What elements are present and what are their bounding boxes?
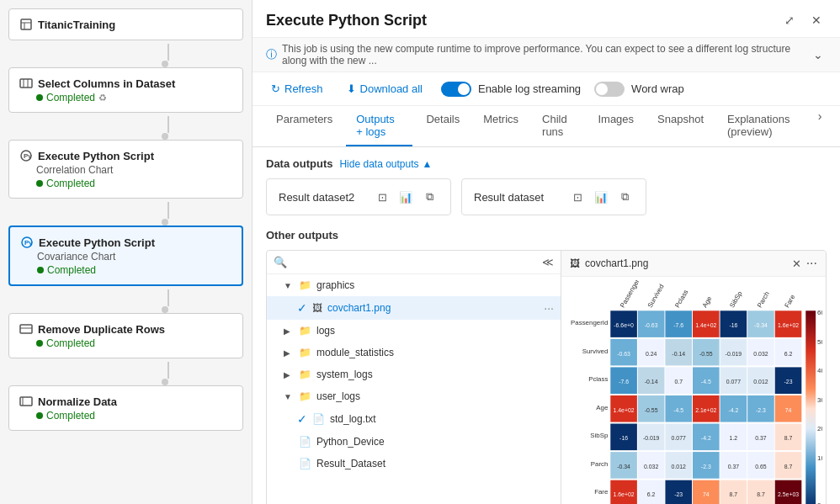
output-chart-icon-dataset2[interactable]: 📊: [396, 188, 415, 206]
svg-text:Survived: Survived: [582, 347, 609, 355]
svg-text:-2.3: -2.3: [756, 407, 766, 413]
pipeline-node-python-corr[interactable]: Py Execute Python Script Correlation Cha…: [8, 140, 243, 199]
download-icon: ⬇: [347, 82, 356, 95]
connector-4: [167, 289, 169, 306]
svg-text:60000: 60000: [817, 309, 822, 316]
tree-item-result-dataset[interactable]: 📄 Result_Dataset: [267, 453, 561, 475]
check-icon-covchart: ✓: [297, 301, 307, 315]
output-copy-icon-dataset[interactable]: ⧉: [615, 188, 634, 206]
tree-item-user-logs[interactable]: ▼ 📁 user_logs: [267, 385, 561, 407]
info-icon: ⓘ: [266, 47, 277, 62]
output-copy-icon-dataset2[interactable]: ⧉: [420, 188, 439, 206]
file-icon-python-device: 📄: [299, 436, 311, 448]
svg-text:-16: -16: [619, 435, 628, 441]
hide-data-outputs-btn[interactable]: Hide data outputs ▲: [339, 158, 432, 170]
svg-text:-23: -23: [784, 379, 793, 385]
file-search-input[interactable]: [292, 257, 537, 268]
output-chart-icon-dataset[interactable]: 📊: [592, 188, 610, 206]
pipeline-node-remove-dup[interactable]: Remove Duplicate Rows Completed: [8, 313, 243, 358]
svg-text:Py: Py: [24, 239, 33, 247]
tab-details[interactable]: Details: [416, 106, 470, 146]
svg-text:-4.2: -4.2: [701, 435, 711, 441]
svg-text:2.5e+03: 2.5e+03: [778, 491, 799, 497]
connector-1: [167, 44, 169, 61]
svg-text:20000: 20000: [817, 425, 822, 432]
svg-text:0.032: 0.032: [644, 464, 658, 470]
pipeline-node-select[interactable]: Select Columns in Dataset Completed ♻: [8, 67, 243, 113]
close-icon[interactable]: ✕: [806, 10, 827, 30]
tab-outputs-logs[interactable]: Outputs + logs: [346, 106, 412, 146]
tree-item-module-stats[interactable]: ▶ 📁 module_statistics: [267, 342, 561, 363]
svg-text:-0.34: -0.34: [754, 322, 768, 328]
svg-rect-126: [805, 310, 816, 504]
hide-label: Hide data outputs: [339, 158, 418, 170]
tree-item-covchart[interactable]: ✓ 🖼 covchart1.png ···: [267, 296, 561, 320]
content-area: Data outputs Hide data outputs ▲ Result …: [253, 147, 840, 504]
info-collapse-btn[interactable]: ⌄: [809, 45, 827, 65]
download-button[interactable]: ⬇ Download all: [342, 79, 428, 98]
node-title-titanic: TitanicTraining: [38, 19, 115, 31]
connector-dot-3: [162, 219, 168, 225]
folder-icon-user-logs: 📁: [299, 390, 311, 402]
file-more-covchart[interactable]: ···: [544, 301, 554, 315]
svg-text:0.7: 0.7: [674, 379, 683, 385]
tabs-more-button[interactable]: ›: [813, 106, 827, 126]
svg-text:Parch: Parch: [591, 460, 609, 468]
svg-text:1.4e+02: 1.4e+02: [614, 407, 635, 413]
svg-rect-10: [20, 325, 32, 333]
svg-text:-4.2: -4.2: [728, 407, 738, 413]
tree-item-logs[interactable]: ▶ 📁 logs: [267, 320, 561, 342]
heatmap-chart: PassengerId Survived Pclass Age SibSp Pa…: [565, 280, 822, 504]
svg-text:8.7: 8.7: [730, 491, 738, 497]
preview-close-button[interactable]: ✕: [792, 256, 801, 271]
tree-item-system-logs[interactable]: ▶ 📁 system_logs: [267, 363, 561, 385]
tree-item-graphics[interactable]: ▼ 📁 graphics: [267, 274, 561, 296]
tab-child-runs[interactable]: Child runs: [532, 106, 584, 146]
connector-dot-1: [162, 61, 168, 67]
tab-parameters[interactable]: Parameters: [266, 106, 343, 146]
refresh-button[interactable]: ↻ Refresh: [266, 79, 328, 98]
other-outputs-container: 🔍 ≪ ▼ 📁 graphics ✓ 🖼 covchart1.png ···: [266, 250, 827, 504]
collapse-tree-icon[interactable]: ≪: [542, 256, 554, 268]
preview-filename: covchart1.png: [585, 257, 648, 269]
svg-text:Survived: Survived: [646, 283, 666, 309]
pipeline-node-python-cov[interactable]: Py Execute Python Script Covariance Char…: [8, 225, 243, 286]
svg-text:-0.55: -0.55: [645, 407, 658, 413]
tab-images[interactable]: Images: [587, 106, 644, 146]
log-streaming-label: Enable log streaming: [478, 82, 581, 95]
log-streaming-toggle[interactable]: [441, 82, 471, 97]
output-label-dataset: Result dataset: [474, 191, 544, 204]
tab-explanations[interactable]: Explanations (preview): [717, 106, 810, 146]
tree-item-std-log[interactable]: ✓ 📄 std_log.txt: [267, 407, 561, 431]
toggle-knob-wrap: [596, 83, 608, 95]
tab-snapshot[interactable]: Snapshot: [647, 106, 714, 146]
tree-item-python-device[interactable]: 📄 Python_Device: [267, 431, 561, 453]
svg-text:8.7: 8.7: [757, 491, 765, 497]
folder-name-graphics: graphics: [316, 279, 554, 291]
pipeline-node-normalize[interactable]: Normalize Data Completed: [8, 385, 243, 431]
output-save-icon-dataset2[interactable]: ⊡: [373, 188, 391, 206]
status-text-cov: Completed: [47, 264, 96, 276]
output-save-icon-dataset[interactable]: ⊡: [568, 188, 587, 206]
preview-more-button[interactable]: ···: [806, 256, 817, 271]
svg-text:-0.14: -0.14: [645, 379, 658, 385]
pipeline-node-titanic[interactable]: TitanicTraining: [8, 8, 243, 40]
file-icon-covchart: 🖼: [312, 302, 322, 314]
data-outputs-row: Result dataset2 ⊡ 📊 ⧉ Result dataset ⊡ 📊…: [266, 178, 827, 215]
svg-text:-23: -23: [674, 491, 683, 497]
svg-text:0.37: 0.37: [755, 435, 767, 441]
svg-text:0.032: 0.032: [753, 351, 768, 357]
folder-icon-system-logs: 📁: [299, 369, 311, 380]
status-dot-normalize: [36, 412, 43, 419]
svg-text:Fare: Fare: [594, 488, 609, 496]
tab-metrics[interactable]: Metrics: [473, 106, 529, 146]
connector-dot-4: [162, 306, 168, 313]
data-outputs-title: Data outputs: [266, 157, 332, 170]
svg-text:-0.34: -0.34: [617, 464, 630, 470]
expand-icon[interactable]: ⤢: [779, 10, 800, 30]
chevron-up-icon: ▲: [423, 158, 433, 170]
word-wrap-toggle[interactable]: [594, 82, 625, 97]
folder-icon-logs: 📁: [299, 325, 311, 337]
svg-text:8.7: 8.7: [784, 464, 793, 470]
other-outputs-header: Other outputs: [266, 229, 827, 241]
